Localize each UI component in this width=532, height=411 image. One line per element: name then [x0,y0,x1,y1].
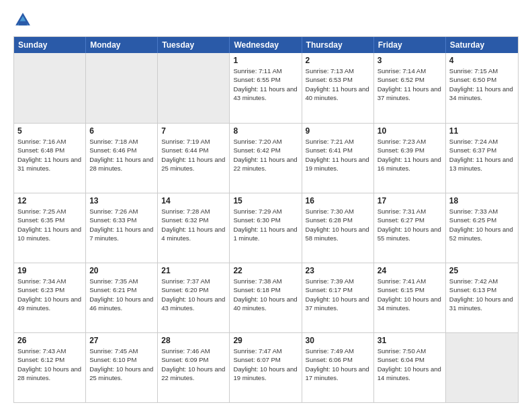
calendar-body: 1Sunrise: 7:11 AM Sunset: 6:55 PM Daylig… [14,53,518,402]
day-info: Sunrise: 7:49 AM Sunset: 6:06 PM Dayligh… [306,347,370,382]
day-cell-4: 4Sunrise: 7:15 AM Sunset: 6:50 PM Daylig… [446,53,518,123]
day-cell-8: 8Sunrise: 7:20 AM Sunset: 6:42 PM Daylig… [230,124,302,193]
day-info: Sunrise: 7:30 AM Sunset: 6:28 PM Dayligh… [306,207,370,242]
day-info: Sunrise: 7:23 AM Sunset: 6:39 PM Dayligh… [378,137,442,173]
day-info: Sunrise: 7:28 AM Sunset: 6:32 PM Dayligh… [161,207,226,242]
header-day-friday: Friday [374,37,446,53]
day-cell-20: 20Sunrise: 7:35 AM Sunset: 6:21 PM Dayli… [86,263,158,332]
day-number: 3 [378,56,442,65]
day-number: 25 [449,266,515,275]
day-number: 24 [378,266,442,275]
day-number: 23 [306,266,370,275]
day-cell-3: 3Sunrise: 7:14 AM Sunset: 6:52 PM Daylig… [374,53,446,123]
day-cell-14: 14Sunrise: 7:28 AM Sunset: 6:32 PM Dayli… [158,193,230,263]
day-number: 26 [17,336,82,345]
day-info: Sunrise: 7:25 AM Sunset: 6:35 PM Dayligh… [17,207,82,242]
day-info: Sunrise: 7:50 AM Sunset: 6:04 PM Dayligh… [378,347,442,382]
day-info: Sunrise: 7:15 AM Sunset: 6:50 PM Dayligh… [449,66,515,102]
day-number: 30 [306,336,370,345]
day-number: 12 [17,196,82,205]
day-info: Sunrise: 7:46 AM Sunset: 6:09 PM Dayligh… [161,347,226,382]
day-number: 4 [449,56,515,65]
header-day-thursday: Thursday [302,37,374,53]
day-cell-empty [14,53,86,123]
day-info: Sunrise: 7:42 AM Sunset: 6:13 PM Dayligh… [449,277,515,312]
day-cell-12: 12Sunrise: 7:25 AM Sunset: 6:35 PM Dayli… [14,193,86,263]
day-info: Sunrise: 7:19 AM Sunset: 6:44 PM Dayligh… [161,137,226,173]
day-number: 11 [449,126,515,136]
day-info: Sunrise: 7:47 AM Sunset: 6:07 PM Dayligh… [233,347,298,382]
day-cell-25: 25Sunrise: 7:42 AM Sunset: 6:13 PM Dayli… [446,263,518,332]
day-number: 29 [233,336,298,345]
day-info: Sunrise: 7:37 AM Sunset: 6:20 PM Dayligh… [161,277,226,312]
day-info: Sunrise: 7:11 AM Sunset: 6:55 PM Dayligh… [233,66,298,102]
day-cell-empty [158,53,230,123]
day-info: Sunrise: 7:39 AM Sunset: 6:17 PM Dayligh… [306,277,370,312]
day-cell-28: 28Sunrise: 7:46 AM Sunset: 6:09 PM Dayli… [158,333,230,402]
day-number: 18 [449,196,515,205]
day-number: 31 [378,336,442,345]
day-info: Sunrise: 7:43 AM Sunset: 6:12 PM Dayligh… [17,347,82,382]
day-number: 1 [233,56,298,65]
day-number: 13 [89,196,154,205]
calendar-row-4: 19Sunrise: 7:34 AM Sunset: 6:23 PM Dayli… [14,263,518,332]
day-cell-18: 18Sunrise: 7:33 AM Sunset: 6:25 PM Dayli… [446,193,518,263]
day-cell-31: 31Sunrise: 7:50 AM Sunset: 6:04 PM Dayli… [374,333,446,402]
day-info: Sunrise: 7:13 AM Sunset: 6:53 PM Dayligh… [306,66,370,102]
calendar: SundayMondayTuesdayWednesdayThursdayFrid… [13,36,519,403]
day-number: 7 [161,126,226,136]
calendar-row-1: 1Sunrise: 7:11 AM Sunset: 6:55 PM Daylig… [14,53,518,123]
day-info: Sunrise: 7:16 AM Sunset: 6:48 PM Dayligh… [17,137,82,173]
calendar-row-2: 5Sunrise: 7:16 AM Sunset: 6:48 PM Daylig… [14,123,518,193]
day-cell-6: 6Sunrise: 7:18 AM Sunset: 6:46 PM Daylig… [86,124,158,193]
day-cell-22: 22Sunrise: 7:38 AM Sunset: 6:18 PM Dayli… [230,263,302,332]
page: SundayMondayTuesdayWednesdayThursdayFrid… [0,0,532,411]
day-info: Sunrise: 7:38 AM Sunset: 6:18 PM Dayligh… [233,277,298,312]
day-cell-10: 10Sunrise: 7:23 AM Sunset: 6:39 PM Dayli… [374,124,446,193]
header [13,11,519,30]
day-cell-13: 13Sunrise: 7:26 AM Sunset: 6:33 PM Dayli… [86,193,158,263]
header-day-saturday: Saturday [446,37,518,53]
day-cell-empty [446,333,518,402]
day-cell-27: 27Sunrise: 7:45 AM Sunset: 6:10 PM Dayli… [86,333,158,402]
day-number: 2 [306,56,370,65]
day-info: Sunrise: 7:14 AM Sunset: 6:52 PM Dayligh… [378,66,442,102]
day-number: 14 [161,196,226,205]
logo [13,11,35,30]
day-number: 20 [89,266,154,275]
day-number: 10 [378,126,442,136]
day-cell-empty [86,53,158,123]
day-cell-23: 23Sunrise: 7:39 AM Sunset: 6:17 PM Dayli… [302,263,374,332]
header-day-sunday: Sunday [14,37,86,53]
day-info: Sunrise: 7:29 AM Sunset: 6:30 PM Dayligh… [233,207,298,242]
day-cell-11: 11Sunrise: 7:24 AM Sunset: 6:37 PM Dayli… [446,124,518,193]
day-cell-1: 1Sunrise: 7:11 AM Sunset: 6:55 PM Daylig… [230,53,302,123]
day-info: Sunrise: 7:24 AM Sunset: 6:37 PM Dayligh… [449,137,515,173]
day-number: 8 [233,126,298,136]
day-number: 15 [233,196,298,205]
day-cell-9: 9Sunrise: 7:21 AM Sunset: 6:41 PM Daylig… [302,124,374,193]
day-info: Sunrise: 7:20 AM Sunset: 6:42 PM Dayligh… [233,137,298,173]
day-info: Sunrise: 7:31 AM Sunset: 6:27 PM Dayligh… [378,207,442,242]
day-cell-30: 30Sunrise: 7:49 AM Sunset: 6:06 PM Dayli… [302,333,374,402]
day-cell-15: 15Sunrise: 7:29 AM Sunset: 6:30 PM Dayli… [230,193,302,263]
day-cell-21: 21Sunrise: 7:37 AM Sunset: 6:20 PM Dayli… [158,263,230,332]
day-info: Sunrise: 7:45 AM Sunset: 6:10 PM Dayligh… [89,347,154,382]
day-cell-24: 24Sunrise: 7:41 AM Sunset: 6:15 PM Dayli… [374,263,446,332]
day-info: Sunrise: 7:18 AM Sunset: 6:46 PM Dayligh… [89,137,154,173]
header-day-monday: Monday [86,37,158,53]
day-number: 22 [233,266,298,275]
calendar-row-5: 26Sunrise: 7:43 AM Sunset: 6:12 PM Dayli… [14,332,518,402]
day-number: 21 [161,266,226,275]
day-number: 17 [378,196,442,205]
calendar-row-3: 12Sunrise: 7:25 AM Sunset: 6:35 PM Dayli… [14,193,518,263]
header-day-tuesday: Tuesday [158,37,230,53]
header-day-wednesday: Wednesday [230,37,302,53]
day-number: 6 [89,126,154,136]
day-cell-7: 7Sunrise: 7:19 AM Sunset: 6:44 PM Daylig… [158,124,230,193]
day-info: Sunrise: 7:33 AM Sunset: 6:25 PM Dayligh… [449,207,515,242]
day-number: 9 [306,126,370,136]
day-cell-26: 26Sunrise: 7:43 AM Sunset: 6:12 PM Dayli… [14,333,86,402]
day-info: Sunrise: 7:26 AM Sunset: 6:33 PM Dayligh… [89,207,154,242]
day-cell-19: 19Sunrise: 7:34 AM Sunset: 6:23 PM Dayli… [14,263,86,332]
